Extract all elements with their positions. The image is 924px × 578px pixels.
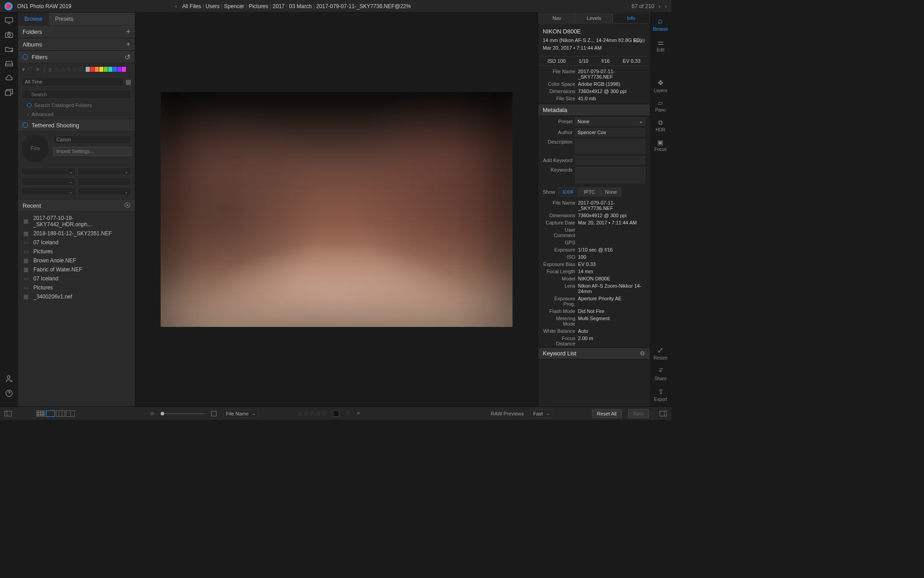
recent-item[interactable]: ▦_3400206v1.nef	[18, 292, 135, 301]
fire-button[interactable]: Fire	[22, 135, 49, 162]
folders-header[interactable]: Folders+	[18, 25, 135, 38]
recent-item[interactable]: ▭07 Iceland	[18, 274, 135, 283]
recent-item[interactable]: ▭07 Iceland	[18, 238, 135, 247]
camera-icon[interactable]	[4, 31, 14, 39]
show-iptc-tab[interactable]: IPTC	[579, 187, 600, 196]
thumbnail-size-slider[interactable]	[160, 413, 205, 414]
recent-item[interactable]: ▦Fabric of Water.NEF	[18, 265, 135, 274]
monitor-icon[interactable]	[4, 16, 14, 24]
tether-dd-6[interactable]: ⌄	[78, 187, 132, 196]
user-icon[interactable]	[4, 375, 14, 383]
cloud-icon[interactable]	[4, 74, 14, 82]
filters-header[interactable]: Filters↺	[18, 51, 135, 63]
swatch[interactable]	[95, 67, 99, 72]
size-large-icon[interactable]	[211, 411, 217, 416]
show-none-tab[interactable]: None	[600, 187, 622, 196]
rating-stars[interactable]: ☆☆☆☆☆	[298, 410, 327, 417]
swatch[interactable]	[104, 67, 108, 72]
swatch[interactable]	[108, 67, 112, 72]
tool-resize[interactable]: ⤢Resize	[654, 346, 668, 360]
gear-icon[interactable]: ⚙	[640, 350, 645, 357]
reject-icon-bottom[interactable]: ✕	[356, 410, 360, 416]
author-input[interactable]	[575, 128, 645, 136]
recent-item[interactable]: ▦2018-188-01-12-_SKY2351.NEF	[18, 229, 135, 238]
recent-header[interactable]: Recentⓧ	[18, 199, 135, 212]
swatch[interactable]	[113, 67, 117, 72]
single-view-icon[interactable]	[46, 410, 55, 417]
folder-import-icon[interactable]	[4, 45, 14, 53]
tool-export[interactable]: ⇧Export	[654, 387, 667, 402]
show-exif-tab[interactable]: EXIF	[558, 187, 579, 196]
sort-select[interactable]: File Name	[223, 410, 258, 418]
gte-icon[interactable]: ≥	[48, 66, 51, 73]
color-label-picker[interactable]	[333, 410, 339, 417]
grid-view-icon[interactable]	[36, 410, 45, 417]
description-input[interactable]	[575, 139, 645, 154]
tab-browse[interactable]: Browse	[18, 13, 49, 25]
crumb[interactable]: 2017	[273, 3, 285, 9]
recent-item[interactable]: ▦2017-077-10-19-_SKY7442_HDR.onph...	[18, 214, 135, 229]
swatch[interactable]	[90, 67, 94, 72]
sync-button[interactable]: Sync	[628, 409, 649, 418]
tether-dd-5[interactable]: ⌄	[22, 187, 76, 196]
metadata-header[interactable]: Metadata	[538, 104, 650, 116]
crumb[interactable]: 2017-079-07-11-_SKY7736.NEF@22%	[316, 3, 411, 9]
prev-image-icon[interactable]: ‹	[659, 3, 661, 9]
add-album-icon[interactable]: +	[126, 40, 130, 48]
search-input[interactable]	[22, 90, 131, 99]
swatch[interactable]	[86, 67, 90, 72]
like-icon[interactable]: ♡	[346, 410, 350, 416]
crumb[interactable]: All Files	[182, 3, 201, 9]
recent-item[interactable]: ▭Pictures	[18, 283, 135, 292]
tab-info[interactable]: Info	[613, 13, 650, 23]
recent-item[interactable]: ▦Brown Anole.NEF	[18, 256, 135, 265]
tool-browse[interactable]: ⌕Browse	[653, 16, 668, 32]
tool-edit[interactable]: ⚌Edit	[656, 38, 664, 52]
heart-outline-icon[interactable]: ♡	[28, 66, 32, 73]
drive-icon[interactable]	[4, 60, 14, 68]
tab-levels[interactable]: Levels	[575, 13, 612, 23]
swatch[interactable]	[99, 67, 103, 72]
tab-presets[interactable]: Presets	[49, 13, 80, 25]
tool-pano[interactable]: ▱Pano	[655, 99, 665, 112]
tether-dd-1[interactable]: ⌄	[22, 168, 76, 176]
help-icon[interactable]	[4, 389, 14, 397]
tool-hdr[interactable]: ⧉HDR	[656, 119, 665, 132]
crumb[interactable]: Users	[205, 3, 219, 9]
filmstrip-view-icon[interactable]	[56, 410, 65, 417]
albums-header[interactable]: Albums+	[18, 38, 135, 51]
toggle-right-panel-icon[interactable]	[660, 411, 667, 416]
toggle-left-panel-icon[interactable]	[5, 411, 12, 416]
rating-filter[interactable]: ☆☆☆☆☆	[54, 66, 83, 73]
swatch[interactable]	[117, 67, 121, 72]
tether-dd-3[interactable]: ⌄	[22, 177, 76, 186]
add-folder-icon[interactable]: +	[126, 28, 130, 36]
import-settings-button[interactable]: Import Settings...	[53, 147, 131, 156]
size-small-icon[interactable]	[151, 412, 153, 415]
reset-filters-icon[interactable]: ↺	[125, 53, 130, 61]
breadcrumb[interactable]: ‹ All Files | Users | Spencer | Pictures…	[175, 3, 411, 9]
image-viewer[interactable]	[135, 13, 538, 406]
advanced-toggle[interactable]: ›Advanced	[18, 110, 135, 119]
search-cataloged-checkbox[interactable]: Search Cataloged Folders	[18, 101, 135, 110]
tool-share[interactable]: ∘⃗Share	[655, 367, 667, 381]
tab-nav[interactable]: Nav	[538, 13, 575, 23]
keyword-list-header[interactable]: Keyword List⚙	[538, 347, 650, 359]
stack-icon[interactable]	[4, 89, 14, 97]
raw-previews-select[interactable]: Fast	[530, 410, 552, 418]
preset-select[interactable]: None⌄	[575, 117, 645, 126]
swatch[interactable]	[122, 67, 126, 72]
clear-recent-icon[interactable]: ⓧ	[125, 201, 130, 210]
tether-dd-4[interactable]	[78, 177, 132, 186]
color-label-filter[interactable]	[86, 67, 126, 72]
heart-icon[interactable]: ♥	[22, 66, 25, 73]
reset-all-button[interactable]: Reset All	[592, 409, 621, 418]
date-filter-input[interactable]	[22, 77, 124, 86]
crumb[interactable]: 03 March	[289, 3, 312, 9]
camera-vendor-input[interactable]	[53, 135, 131, 144]
tethered-header[interactable]: Tethered Shooting	[18, 119, 135, 131]
add-keyword-input[interactable]	[575, 156, 645, 164]
next-image-icon[interactable]: ›	[665, 3, 667, 9]
crumb[interactable]: Spencer	[224, 3, 245, 9]
tool-layers[interactable]: ❖Layers	[654, 79, 667, 93]
